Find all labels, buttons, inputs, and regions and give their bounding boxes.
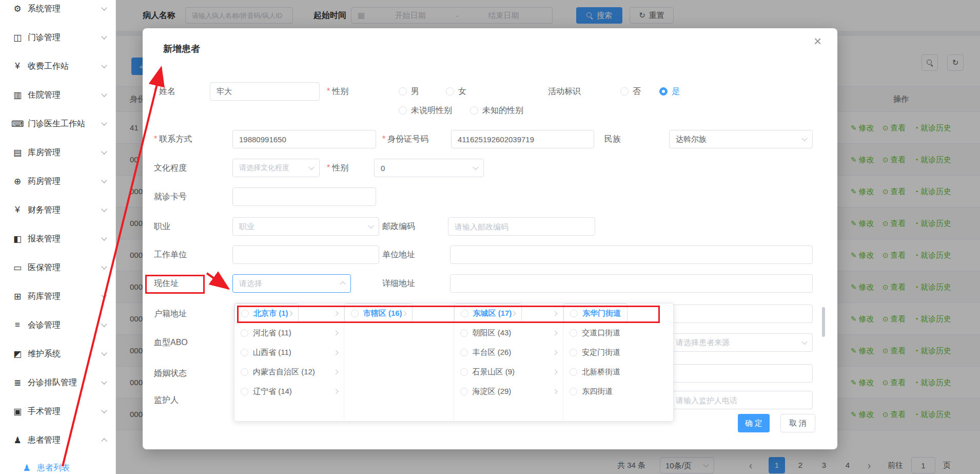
household-address-label: 户籍地址 (154, 305, 187, 323)
gender-radio-female[interactable]: 女 (446, 82, 466, 101)
cascader-option-beijing[interactable]: 北京市 (1) (234, 304, 299, 323)
sidebar-item-patient-list[interactable]: ♟ 患者列表 (0, 458, 115, 474)
sidebar-item-maintenance[interactable]: ◩ 维护系统 (0, 339, 115, 368)
radio-icon[interactable] (570, 329, 577, 337)
radio-icon[interactable] (241, 329, 248, 337)
sidebar-item-triage-queue-mgmt[interactable]: ≣ 分诊排队管理 (0, 368, 115, 397)
sidebar-item-report-mgmt[interactable]: ◧ 报表管理 (0, 224, 115, 253)
occupation-select[interactable]: 职业 (232, 217, 379, 236)
gender-label: *性别 (327, 82, 348, 101)
required-star: * (154, 135, 157, 143)
cascader-option-donghuamen[interactable]: 东华门街道 (563, 304, 628, 323)
cascader-option-haidian[interactable]: 海淀区 (29) (454, 382, 563, 401)
radio-checked-icon[interactable] (659, 87, 668, 96)
radio-icon[interactable] (460, 368, 468, 376)
radio-icon[interactable] (460, 349, 468, 356)
radio-icon[interactable] (470, 106, 478, 115)
gender-radio-male[interactable]: 男 (399, 82, 419, 101)
cascader-option-andingmen[interactable]: 安定门街道 (563, 343, 673, 362)
active-flag-radio-yes[interactable]: 是 (659, 82, 680, 101)
cascader-option-liaoning[interactable]: 辽宁省 (14) (234, 382, 344, 401)
sidebar-item-system-mgmt[interactable]: ⚙ 系统管理 (0, 0, 115, 23)
cascader-option-jiaodaokou[interactable]: 交道口街道 (563, 323, 673, 343)
guardian-label: 监护人 (154, 391, 179, 409)
radio-icon[interactable] (620, 87, 629, 96)
radio-icon[interactable] (241, 349, 248, 356)
contact-input[interactable] (232, 130, 376, 148)
radio-icon[interactable] (460, 388, 468, 395)
radio-icon[interactable] (351, 310, 359, 317)
ethnicity-select[interactable]: 达斡尔族 (669, 130, 813, 148)
sidebar-item-outpatient-mgmt[interactable]: ◫ 门诊管理 (0, 23, 115, 52)
radio-icon[interactable] (570, 368, 577, 376)
detail-address-input[interactable] (450, 274, 813, 293)
cascader-option-shijingshan[interactable]: 石景山区 (9) (454, 362, 563, 382)
chevron-right-icon (553, 330, 558, 335)
sidebar-item-finance-mgmt[interactable]: ¥ 财务管理 (0, 196, 115, 224)
cascader-option-dongcheng[interactable]: 东城区 (17) (454, 304, 522, 323)
cascader-option-shanxi[interactable]: 山西省 (11) (234, 343, 344, 362)
gender2-label: *性别 (327, 159, 348, 177)
close-icon[interactable]: × (814, 34, 821, 48)
education-select[interactable]: 请选择文化程度 (232, 159, 320, 177)
radio-icon[interactable] (241, 368, 248, 376)
current-address-cascader[interactable]: 请选择 (232, 274, 351, 293)
work-unit-input[interactable] (232, 245, 379, 264)
visit-card-input[interactable] (232, 187, 376, 206)
confirm-button[interactable]: 确 定 (738, 414, 770, 432)
sidebar-item-surgery-mgmt[interactable]: ▣ 手术管理 (0, 397, 115, 426)
cascader-option-hebei[interactable]: 河北省 (11) (234, 323, 344, 343)
cascader-option-dongsi[interactable]: 东四街道 (563, 382, 673, 401)
sidebar-item-pharmacy-mgmt[interactable]: ⊕ 药房管理 (0, 167, 115, 196)
cascader-option-neimenggu[interactable]: 内蒙古自治区 (12) (234, 362, 344, 382)
cascader-option-shixiaqu[interactable]: 市辖区 (16) (344, 304, 413, 323)
sidebar-item-warehouse-mgmt[interactable]: ▤ 库房管理 (0, 138, 115, 167)
gender-radio-unspecified[interactable]: 未说明性别 (399, 101, 452, 120)
id-card-input[interactable] (451, 130, 594, 148)
required-star: * (382, 135, 385, 143)
sidebar-item-inpatient-mgmt[interactable]: ▥ 住院管理 (0, 81, 115, 109)
contact-label: *联系方式 (154, 130, 192, 148)
radio-icon[interactable] (399, 106, 407, 115)
people-icon: ◫ (11, 32, 24, 43)
household-extra-input[interactable] (669, 305, 813, 323)
sidebar-item-consultation-mgmt[interactable]: ≡ 会诊管理 (0, 311, 115, 339)
insurance-card-icon: ▭ (11, 262, 24, 273)
cascader-option-fengtai[interactable]: 丰台区 (26) (454, 343, 563, 362)
sidebar-item-label: 会诊管理 (28, 320, 102, 331)
postal-code-input[interactable] (448, 217, 595, 236)
chevron-down-icon (101, 91, 107, 97)
chevron-down-icon (101, 321, 107, 327)
sidebar-item-insurance-mgmt[interactable]: ▭ 医保管理 (0, 253, 115, 282)
sidebar-item-drug-storage-mgmt[interactable]: ⊞ 药库管理 (0, 282, 115, 311)
radio-icon[interactable] (570, 349, 577, 356)
ethnicity-label: 民族 (604, 130, 621, 148)
chevron-down-icon (368, 223, 374, 229)
gender2-select[interactable]: 0 (374, 159, 484, 177)
modal-scrollbar-thumb[interactable] (822, 307, 825, 337)
radio-icon[interactable] (570, 310, 578, 317)
radio-icon[interactable] (241, 388, 248, 395)
radio-icon[interactable] (446, 87, 454, 96)
cancel-button[interactable]: 取 消 (780, 414, 815, 432)
active-flag-radio-no[interactable]: 否 (620, 82, 641, 101)
marital-extra-input[interactable] (669, 364, 813, 383)
radio-icon[interactable] (461, 310, 468, 317)
guardian-phone-input[interactable] (669, 391, 813, 409)
unit-address-input[interactable] (450, 245, 813, 264)
sidebar-item-charging-station[interactable]: ¥ 收费工作站 (0, 52, 115, 81)
cascader-option-beixinqiao[interactable]: 北新桥街道 (563, 362, 673, 382)
name-input[interactable] (210, 82, 320, 101)
radio-icon[interactable] (570, 388, 577, 395)
chevron-down-icon (101, 263, 107, 269)
sidebar-item-patient-mgmt[interactable]: ♟ 患者管理 (0, 426, 115, 454)
cascader-option-chaoyang[interactable]: 朝阳区 (43) (454, 323, 563, 343)
patient-source-select[interactable]: 请选择患者来源 (669, 333, 813, 352)
gear-icon: ⚙ (11, 4, 24, 14)
radio-icon[interactable] (399, 87, 407, 96)
radio-icon[interactable] (460, 329, 468, 337)
radio-icon[interactable] (241, 310, 249, 317)
sidebar-item-outpatient-doctor-station[interactable]: ⌨ 门诊医生工作站 (0, 109, 115, 138)
gender-radio-unknown[interactable]: 未知的性别 (470, 101, 523, 120)
work-unit-label: 工作单位 (154, 245, 187, 264)
